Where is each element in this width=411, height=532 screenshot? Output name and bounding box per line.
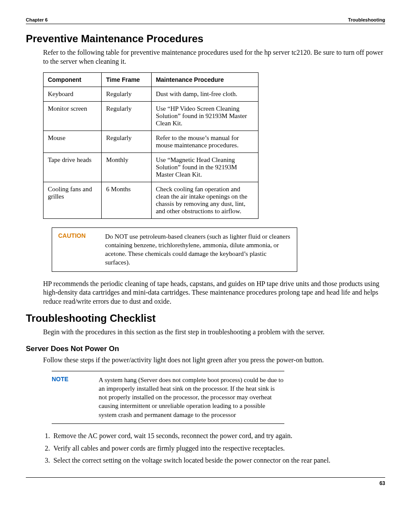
step-item: Verify all cables and power cords are fi… — [52, 444, 385, 453]
page-number: 63 — [380, 480, 385, 486]
step-item: Select the correct setting on the voltag… — [52, 456, 385, 465]
step-item: Remove the AC power cord, wait 15 second… — [52, 432, 385, 441]
cell-timeframe: Regularly — [102, 131, 151, 152]
maintenance-table: Component Time Frame Maintenance Procedu… — [43, 72, 258, 219]
cell-procedure: Use “Magnetic Head Cleaning Solution” fo… — [151, 152, 258, 182]
cell-component: Mouse — [44, 131, 102, 152]
table-row: Tape drive heads Monthly Use “Magnetic H… — [44, 152, 258, 182]
section-title-preventive: Preventive Maintenance Procedures — [26, 33, 385, 45]
table-row: Mouse Regularly Refer to the mouse’s man… — [44, 131, 258, 152]
poweron-intro: Follow these steps if the power/activity… — [43, 356, 385, 365]
cell-timeframe: Regularly — [102, 101, 151, 131]
note-box: NOTE A system hang (Server does not comp… — [52, 371, 284, 424]
cell-component: Monitor screen — [44, 101, 102, 131]
cell-component: Tape drive heads — [44, 152, 102, 182]
table-row: Monitor screen Regularly Use “HP Video S… — [44, 101, 258, 131]
cell-procedure: Check cooling fan operation and clean th… — [151, 182, 258, 218]
cell-timeframe: 6 Months — [102, 182, 151, 218]
preventive-after-text: HP recommends the periodic cleaning of t… — [43, 280, 385, 306]
page-footer: 63 — [26, 477, 385, 486]
note-text: A system hang (Server does not complete … — [99, 376, 284, 419]
header-section: Troubleshooting — [348, 17, 385, 22]
cell-component: Cooling fans and grilles — [44, 182, 102, 218]
cell-procedure: Dust with damp, lint-free cloth. — [151, 87, 258, 101]
caution-text: Do NOT use petroleum-based cleaners (suc… — [105, 232, 291, 267]
col-procedure: Maintenance Procedure — [151, 72, 258, 87]
col-timeframe: Time Frame — [102, 72, 151, 87]
header-chapter: Chapter 6 — [26, 17, 48, 22]
cell-procedure: Use “HP Video Screen Cleaning Solution” … — [151, 101, 258, 131]
preventive-intro: Refer to the following table for prevent… — [43, 48, 385, 66]
page-header: Chapter 6 Troubleshooting — [26, 17, 385, 24]
caution-label: CAUTION — [58, 232, 95, 239]
table-row: Cooling fans and grilles 6 Months Check … — [44, 182, 258, 218]
table-row: Keyboard Regularly Dust with damp, lint-… — [44, 87, 258, 101]
cell-timeframe: Monthly — [102, 152, 151, 182]
cell-procedure: Refer to the mouse’s manual for mouse ma… — [151, 131, 258, 152]
troubleshoot-intro: Begin with the procedures in this sectio… — [43, 328, 385, 337]
steps-list: Remove the AC power cord, wait 15 second… — [43, 432, 385, 465]
table-header-row: Component Time Frame Maintenance Procedu… — [44, 72, 258, 87]
col-component: Component — [44, 72, 102, 87]
note-label: NOTE — [52, 376, 88, 383]
section-title-troubleshooting: Troubleshooting Checklist — [26, 312, 385, 324]
cell-timeframe: Regularly — [102, 87, 151, 101]
cell-component: Keyboard — [44, 87, 102, 101]
subsection-title-poweron: Server Does Not Power On — [26, 345, 385, 353]
caution-box: CAUTION Do NOT use petroleum-based clean… — [52, 227, 297, 272]
